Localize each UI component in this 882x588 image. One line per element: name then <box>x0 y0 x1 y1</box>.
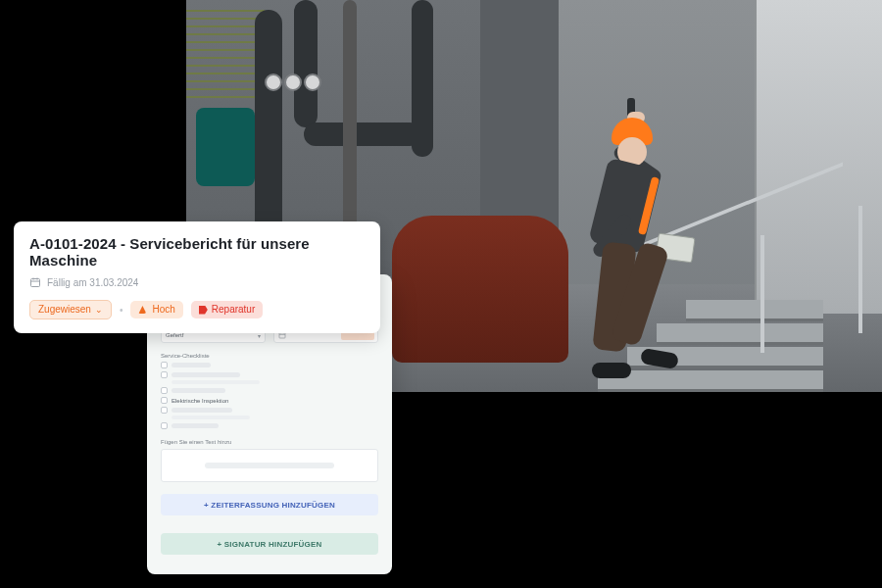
add-time-tracking-button[interactable]: + ZEITERFASSUNG HINZUFÜGEN <box>161 494 378 515</box>
checklist-item[interactable] <box>161 371 378 378</box>
checkbox-icon[interactable] <box>161 397 168 404</box>
add-signature-label: + SIGNATUR HINZUFÜGEN <box>218 540 322 549</box>
tag-icon <box>199 306 208 315</box>
add-time-tracking-label: + ZEITERFASSUNG HINZUFÜGEN <box>204 501 335 510</box>
status-dropdown[interactable]: Zugewiesen ⌄ <box>29 300 112 319</box>
chevron-down-icon: ⌄ <box>95 306 103 315</box>
checkbox-icon[interactable] <box>161 422 168 429</box>
checklist-item[interactable]: Elektrische Inspektion <box>161 397 378 404</box>
checklist-item-label: Elektrische Inspektion <box>172 398 228 404</box>
checkbox-icon[interactable] <box>161 371 168 378</box>
textarea-label: Fügen Sie einen Text hinzu <box>161 439 378 445</box>
checklist-item-text <box>172 372 240 377</box>
svg-rect-0 <box>31 279 40 287</box>
checklist-heading: Service-Checkliste <box>161 353 378 359</box>
priority-badge[interactable]: Hoch <box>130 301 182 318</box>
status-label: Zugewiesen <box>38 305 91 315</box>
checklist-item[interactable] <box>161 407 378 414</box>
work-order-title: A-0101-2024 - Servicebericht für unsere … <box>29 235 365 269</box>
separator-dot: • <box>120 305 123 316</box>
checkbox-icon[interactable] <box>161 387 168 394</box>
checklist-subitem <box>172 416 250 419</box>
checklist-item-text <box>172 423 219 428</box>
work-order-header-card: A-0101-2024 - Servicebericht für unsere … <box>14 221 380 333</box>
checklist-subitem <box>172 380 260 384</box>
svg-rect-1 <box>279 333 285 338</box>
checklist-item[interactable] <box>161 387 378 394</box>
calendar-icon <box>29 276 41 288</box>
checklist-item[interactable] <box>161 362 378 368</box>
category-label: Reparatur <box>212 305 255 315</box>
checklist-item[interactable] <box>161 422 378 429</box>
checklist-item-text <box>172 388 225 393</box>
notes-textarea[interactable] <box>161 449 378 482</box>
textarea-placeholder <box>205 463 335 468</box>
add-signature-button[interactable]: + SIGNATUR HINZUFÜGEN <box>161 533 378 555</box>
checklist-item-text <box>172 363 211 368</box>
due-date-row: Fällig am 31.03.2024 <box>29 276 365 288</box>
checkbox-icon[interactable] <box>161 362 168 368</box>
due-date-text: Fällig am 31.03.2024 <box>47 277 138 288</box>
worker-illustration <box>568 118 686 372</box>
checkbox-icon[interactable] <box>161 407 168 414</box>
priority-label: Hoch <box>152 305 174 315</box>
category-badge[interactable]: Reparatur <box>191 301 263 318</box>
checklist-item-text <box>172 408 232 413</box>
